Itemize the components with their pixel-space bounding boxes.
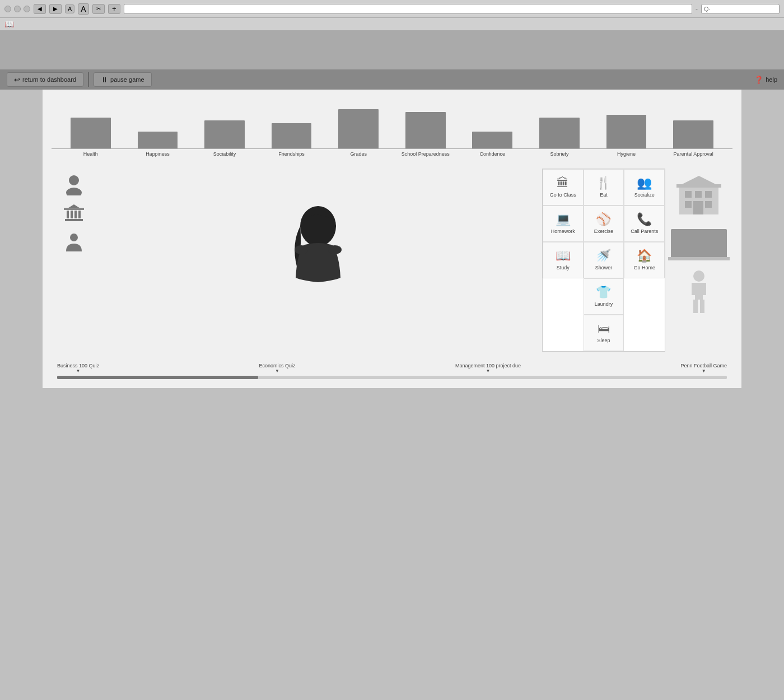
silhouette-svg xyxy=(63,231,85,253)
svg-rect-24 xyxy=(692,283,696,295)
go-to-class-icon: 🏛 xyxy=(557,176,569,190)
svg-point-1 xyxy=(66,188,82,195)
sidebar-bank-icon[interactable] xyxy=(56,202,92,225)
stat-label-text: Confidence xyxy=(459,151,526,157)
action-exercise[interactable]: ⚾Exercise xyxy=(584,206,624,242)
eat-icon: 🍴 xyxy=(596,176,611,190)
svg-point-9 xyxy=(70,234,78,241)
url-bar[interactable] xyxy=(124,4,692,14)
right-panel xyxy=(665,169,732,321)
stat-bar xyxy=(405,112,446,148)
action-eat[interactable]: 🍴Eat xyxy=(584,169,624,206)
timeline-event-3: Penn Football Game▼ xyxy=(680,363,727,374)
timeline-event-label-2: Management 100 project due xyxy=(455,363,521,368)
bookmark-icon: 📖 xyxy=(4,20,14,29)
stat-label-text: Parental Approval xyxy=(660,151,727,157)
timeline-events: Business 100 Quiz▼Economics Quiz▼Managem… xyxy=(57,363,727,374)
forward-button[interactable]: ▶ xyxy=(49,4,62,14)
character-area xyxy=(96,169,542,325)
svg-rect-15 xyxy=(685,191,692,198)
call-parents-icon: 📞 xyxy=(637,212,652,227)
bank-svg xyxy=(63,202,85,225)
call-parents-label: Call Parents xyxy=(631,228,658,235)
maximize-light[interactable] xyxy=(24,6,30,12)
right-screen xyxy=(671,229,727,260)
shower-label: Shower xyxy=(595,265,613,271)
timeline-event-label-3: Penn Football Game xyxy=(680,363,727,368)
scissors-button[interactable]: ✂ xyxy=(92,4,105,14)
svg-rect-3 xyxy=(67,211,69,218)
font-large-button[interactable]: A xyxy=(78,3,88,15)
stat-col xyxy=(325,109,392,148)
action-study[interactable]: 📖Study xyxy=(543,242,584,278)
stat-bar xyxy=(673,120,713,148)
action-call-parents[interactable]: 📞Call Parents xyxy=(624,206,665,242)
pause-label: pause game xyxy=(110,76,144,83)
sidebar-person-icon[interactable] xyxy=(56,173,92,195)
stat-bar xyxy=(138,132,178,148)
stat-label-text: Sobriety xyxy=(526,151,593,157)
go-home-label: Go Home xyxy=(633,265,655,271)
banner-area xyxy=(0,30,784,69)
back-button[interactable]: ◀ xyxy=(34,4,46,14)
action-panel: 🏛Go to Class🍴Eat👥Socialize💻Homework⚾Exer… xyxy=(542,169,665,352)
action-shower[interactable]: 🚿Shower xyxy=(584,242,624,278)
pause-game-button[interactable]: ⏸ pause game xyxy=(94,72,152,87)
timeline-bar xyxy=(57,376,727,379)
stat-bar xyxy=(606,115,647,148)
timeline-event-2: Management 100 project due▼ xyxy=(455,363,521,374)
action-laundry[interactable]: 👕Laundry xyxy=(584,278,624,315)
building-svg xyxy=(674,173,724,218)
go-home-icon: 🏠 xyxy=(637,249,652,263)
help-button[interactable]: ❓ help xyxy=(754,76,777,84)
close-light[interactable] xyxy=(4,6,11,12)
timeline-arrow-0: ▼ xyxy=(76,368,81,374)
sleep-label: Sleep xyxy=(597,338,610,344)
stat-label-text: Grades xyxy=(325,151,392,157)
game-main: 🏛Go to Class🍴Eat👥Socialize💻Homework⚾Exer… xyxy=(52,169,732,352)
action-sleep[interactable]: 🛏Sleep xyxy=(584,315,624,351)
dash-divider: - xyxy=(696,5,698,13)
stat-label-text: Sociability xyxy=(191,151,258,157)
return-icon: ↩ xyxy=(14,76,20,84)
font-small-button[interactable]: A xyxy=(65,4,74,13)
stat-label-text: School Preparedness xyxy=(392,151,459,157)
left-sidebar xyxy=(52,169,96,257)
search-box[interactable] xyxy=(701,4,780,14)
minimize-light[interactable] xyxy=(14,6,21,12)
socialize-icon: 👥 xyxy=(637,176,652,190)
timeline-event-label-1: Economics Quiz xyxy=(259,363,295,368)
timeline-event-label-0: Business 100 Quiz xyxy=(57,363,99,368)
svg-rect-25 xyxy=(702,283,706,295)
svg-rect-16 xyxy=(695,191,702,198)
laundry-label: Laundry xyxy=(595,301,613,307)
svg-rect-27 xyxy=(700,300,704,313)
plus-button[interactable]: + xyxy=(108,4,120,14)
laundry-icon: 👕 xyxy=(596,285,611,300)
stat-bar xyxy=(338,109,379,148)
toolbar-right: ❓ help xyxy=(754,76,777,84)
shower-icon: 🚿 xyxy=(596,249,611,263)
sidebar-silhouette-icon[interactable] xyxy=(56,231,92,253)
action-homework[interactable]: 💻Homework xyxy=(543,206,584,242)
return-label: return to dashboard xyxy=(22,76,76,83)
stat-bar xyxy=(472,132,512,148)
action-go-home[interactable]: 🏠Go Home xyxy=(624,242,665,278)
svg-rect-19 xyxy=(705,201,712,208)
svg-rect-17 xyxy=(705,191,712,198)
eat-label: Eat xyxy=(600,192,608,198)
socialize-label: Socialize xyxy=(634,192,655,198)
stats-chart xyxy=(52,99,732,149)
svg-rect-7 xyxy=(65,219,83,221)
return-dashboard-button[interactable]: ↩ return to dashboard xyxy=(7,72,83,87)
action-socialize[interactable]: 👥Socialize xyxy=(624,169,665,206)
stat-bar xyxy=(272,123,312,148)
study-icon: 📖 xyxy=(556,249,571,263)
exercise-label: Exercise xyxy=(594,228,614,235)
stat-bar xyxy=(204,120,245,148)
stat-label-text: Friendships xyxy=(258,151,325,157)
person-svg xyxy=(63,173,85,195)
action-go-to-class[interactable]: 🏛Go to Class xyxy=(543,169,584,206)
stat-col xyxy=(660,120,727,148)
svg-rect-20 xyxy=(693,201,703,214)
